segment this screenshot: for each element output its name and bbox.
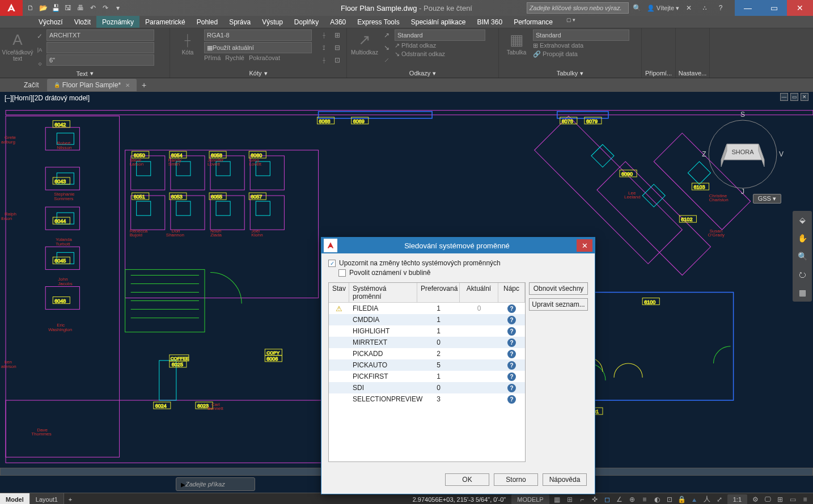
dim-ico5[interactable]: ⊟ bbox=[332, 42, 343, 53]
table-row[interactable]: ⚠FILEDIA10? bbox=[329, 303, 525, 314]
ldr-ico3[interactable]: ⟋ bbox=[381, 54, 392, 66]
viewport-maximize[interactable]: ▭ bbox=[790, 93, 798, 101]
nav-showmotion-icon[interactable]: ▦ bbox=[795, 286, 809, 299]
help-button[interactable]: Nápověda bbox=[543, 473, 587, 486]
help-icon[interactable]: ? bbox=[507, 338, 516, 347]
table-row[interactable]: SDI0? bbox=[329, 382, 525, 393]
nav-zoom-icon[interactable]: 🔍 bbox=[795, 249, 809, 263]
viewport-label[interactable]: [–][Horní][2D drátový model] bbox=[5, 94, 90, 102]
table-row[interactable]: SELECTIONPREVIEW3? bbox=[329, 393, 525, 405]
lw-icon[interactable]: ≡ bbox=[639, 494, 650, 505]
add-tab-button[interactable]: + bbox=[138, 79, 150, 91]
text-align-icon[interactable]: |A bbox=[34, 44, 45, 56]
status-modelspace[interactable]: MODELP bbox=[511, 494, 549, 505]
checkbox-bubble[interactable]: Povolit oznámení v bublině bbox=[338, 269, 588, 277]
nav-pan-icon[interactable]: ✋ bbox=[795, 231, 809, 245]
qat-saveas-icon[interactable]: 🖫 bbox=[62, 2, 74, 14]
ribbon-tab-parametrické[interactable]: Parametrické bbox=[139, 16, 191, 28]
dialog-close-button[interactable]: ✕ bbox=[577, 239, 592, 252]
table-row[interactable]: CMDDIA1? bbox=[329, 314, 525, 325]
text-scale-icon[interactable]: ⟐ bbox=[34, 58, 45, 69]
qat-new-icon[interactable]: 🗋 bbox=[25, 2, 36, 14]
ws-icon[interactable]: ⚙ bbox=[750, 494, 761, 505]
cancel-button[interactable]: Storno bbox=[494, 473, 538, 486]
help-icon[interactable]: ? bbox=[507, 384, 516, 392]
signin-button[interactable]: 👤 Vítejte ▾ bbox=[647, 5, 679, 12]
anno-scale[interactable]: 1:1 bbox=[727, 494, 747, 505]
window-close[interactable]: ✕ bbox=[787, 0, 813, 16]
qat-redo-icon[interactable]: ↷ bbox=[100, 2, 111, 14]
iso-icon[interactable]: ⟁ bbox=[689, 494, 700, 505]
ribbon-tab-vložit[interactable]: Vložit bbox=[69, 16, 96, 28]
text-height-select[interactable]: 6" bbox=[46, 54, 154, 66]
app-logo[interactable] bbox=[0, 0, 23, 16]
add-leader[interactable]: ↗ Přidat odkaz bbox=[395, 42, 495, 49]
viewport-minimize[interactable]: — bbox=[780, 93, 788, 101]
osnap-icon[interactable]: ◻ bbox=[602, 494, 613, 505]
table-row[interactable]: PICKAUTO5? bbox=[329, 359, 525, 371]
checkbox-notify[interactable]: ✓Upozornit na změny těchto systémových p… bbox=[328, 259, 588, 267]
table-button[interactable]: ▦Tabulka bbox=[502, 29, 531, 56]
dim-ico1[interactable]: ⟊ bbox=[318, 29, 329, 41]
col-help[interactable]: Nápc bbox=[498, 283, 525, 302]
text-style-select[interactable]: ARCHITXT bbox=[46, 29, 154, 41]
close-tab-icon[interactable]: ✕ bbox=[125, 82, 130, 88]
qat-plot-icon[interactable]: 🖶 bbox=[75, 2, 86, 14]
ribbon-tab-express tools[interactable]: Express Tools bbox=[352, 16, 405, 28]
transp-icon[interactable]: ◐ bbox=[651, 494, 663, 505]
tab-layout1[interactable]: Layout1 bbox=[30, 493, 64, 504]
dim-ico2[interactable]: ⟟ bbox=[318, 42, 329, 53]
gss-badge[interactable]: GSS ▾ bbox=[753, 194, 781, 204]
monitor-icon[interactable]: 🖵 bbox=[762, 494, 773, 505]
ribbon-tab-performance[interactable]: Performance bbox=[508, 16, 558, 28]
window-minimize[interactable]: — bbox=[735, 0, 761, 16]
ribbon-group-extra1[interactable]: Připomí... bbox=[642, 28, 676, 78]
a360-icon[interactable]: ⛬ bbox=[698, 2, 711, 14]
window-maximize[interactable]: ▭ bbox=[761, 0, 787, 16]
ribbon-tab-pohled[interactable]: Pohled bbox=[191, 16, 223, 28]
edit-list-button[interactable]: Upravit seznam... bbox=[529, 298, 588, 311]
table-row[interactable]: HIGHLIGHT1? bbox=[329, 325, 525, 337]
custom-icon[interactable]: ≡ bbox=[799, 494, 811, 505]
table-row[interactable]: PICKFIRST1? bbox=[329, 371, 525, 382]
doctab-start[interactable]: Začít bbox=[17, 79, 46, 91]
multileader-button[interactable]: ↗Multiodkaz bbox=[350, 29, 379, 56]
ribbon-expand-icon[interactable]: ▢ ▾ bbox=[562, 16, 581, 28]
dim-ico6[interactable]: ⊡ bbox=[332, 54, 343, 66]
help-icon[interactable]: ? bbox=[507, 304, 516, 313]
col-current[interactable]: Aktuální bbox=[460, 283, 498, 302]
table-row[interactable]: MIRRTEXT0? bbox=[329, 337, 525, 348]
dim-linear[interactable]: Přímá bbox=[204, 54, 221, 61]
restore-all-button[interactable]: Obnovit všechny bbox=[529, 282, 588, 295]
dim-style-select[interactable]: RGA1-8 bbox=[204, 29, 312, 41]
ldr-ico2[interactable]: ↘ bbox=[381, 42, 392, 53]
nav-orbit-icon[interactable]: ⭮ bbox=[795, 268, 809, 281]
dimension-button[interactable]: ⟊Kóta bbox=[173, 29, 202, 56]
ribbon-tab-bim 360[interactable]: BIM 360 bbox=[471, 16, 508, 28]
polar-icon[interactable]: ✜ bbox=[589, 494, 600, 505]
search-input[interactable]: Zadejte klíčové slovo nebo výraz. bbox=[527, 2, 629, 14]
dim-quick[interactable]: Rychlé bbox=[225, 54, 244, 61]
sc-icon[interactable]: 🔒 bbox=[676, 494, 688, 505]
otrack-icon[interactable]: ∠ bbox=[614, 494, 625, 505]
extract-data[interactable]: ⊞ Extrahovat data bbox=[533, 42, 638, 49]
help-icon[interactable]: ? bbox=[714, 2, 727, 14]
ribbon-tab-správa[interactable]: Správa bbox=[223, 16, 256, 28]
remove-leader[interactable]: ↘ Odstranit odkaz bbox=[395, 50, 495, 58]
table-style-select[interactable]: Standard bbox=[533, 29, 629, 41]
help-icon[interactable]: ? bbox=[507, 350, 516, 358]
ribbon-tab-a360[interactable]: A360 bbox=[324, 16, 352, 28]
help-icon[interactable]: ? bbox=[507, 327, 516, 336]
autoscale-icon[interactable]: ⤢ bbox=[714, 494, 725, 505]
exchange-icon[interactable]: ✕ bbox=[683, 2, 695, 14]
ribbon-tab-poznámky[interactable]: Poznámky bbox=[96, 16, 139, 28]
help-icon[interactable]: ? bbox=[507, 316, 516, 324]
ortho-icon[interactable]: ⌐ bbox=[577, 494, 588, 505]
doctab-file[interactable]: 🔒Floor Plan Sample*✕ bbox=[47, 79, 137, 91]
clean-icon[interactable]: ▭ bbox=[787, 494, 798, 505]
leader-style-select[interactable]: Standard bbox=[395, 29, 485, 41]
nav-fullnav-icon[interactable]: ⬙ bbox=[795, 213, 809, 227]
dim-use-current[interactable]: ▦ Použít aktuální bbox=[204, 42, 312, 53]
snap-icon[interactable]: ⊞ bbox=[564, 494, 575, 505]
add-layout-button[interactable]: + bbox=[64, 493, 77, 504]
